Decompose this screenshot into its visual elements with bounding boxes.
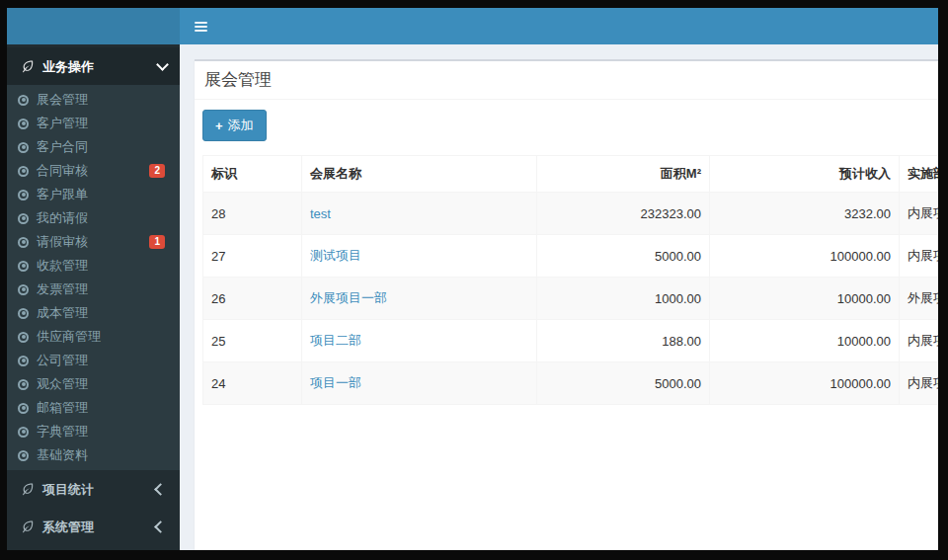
cell-area: 188.00 [537,320,710,362]
add-button[interactable]: + 添加 [202,110,267,141]
sidebar-item[interactable]: 客户管理 [7,112,180,135]
sidebar-section-header[interactable]: 业务操作 [7,47,180,85]
content-area: 展会管理 + 添加 标识会展名称面积M²预计收入实施部门 28test23232… [180,44,938,550]
sidebar-item[interactable]: 客户合同 [7,135,180,159]
sidebar-item[interactable]: 展会管理 [7,88,180,112]
dot-circle-icon [18,95,29,106]
cell-name: 项目一部 [302,362,537,405]
sidebar-section-header[interactable]: 项目统计 [7,470,180,508]
sidebar-item-label: 基础资料 [37,448,88,462]
sidebar-item[interactable]: 供应商管理 [7,325,180,349]
cell-id: 24 [203,362,302,405]
dot-circle-icon [18,119,29,129]
sidebar-item-label: 客户管理 [37,117,88,130]
column-header-area: 面积M² [537,156,710,193]
cell-dept: 外展项目 [900,278,939,320]
chevron-left-icon [154,520,167,533]
cell-dept: 内展项目 [900,320,939,362]
sidebar-item-label: 发票管理 [37,282,88,296]
dot-circle-icon [18,403,29,414]
exhibition-link[interactable]: 外展项目一部 [310,290,387,305]
exhibition-link[interactable]: test [310,206,331,221]
cell-name: 外展项目一部 [302,278,537,320]
sidebar-item-label: 收款管理 [37,259,88,273]
dot-circle-icon [18,427,29,438]
sidebar-item[interactable]: 收款管理 [7,254,180,278]
sidebar-item[interactable]: 合同审核2 [7,159,180,183]
top-navbar [7,8,938,44]
cell-id: 25 [203,320,302,362]
navbar-main [180,8,938,44]
column-header-income: 预计收入 [710,156,900,193]
sidebar-item[interactable]: 我的请假 [7,206,180,230]
dot-circle-icon [18,356,29,366]
dot-circle-icon [18,142,29,153]
table-row: 28test232323.003232.00内展项目 [203,193,939,235]
cell-income: 3232.00 [710,193,900,235]
dot-circle-icon [18,261,29,272]
sidebar-item-label: 合同审核 [37,164,88,178]
sidebar-item[interactable]: 请假审核1 [7,230,180,254]
cell-name: 项目二部 [302,320,537,362]
sidebar-item[interactable]: 邮箱管理 [7,396,180,420]
sidebar-item[interactable]: 观众管理 [7,372,180,396]
box-body: + 添加 标识会展名称面积M²预计收入实施部门 28test232323.003… [195,100,938,413]
plus-icon: + [215,120,223,132]
column-header-name: 会展名称 [302,156,537,193]
dot-circle-icon [18,166,29,177]
cell-area: 5000.00 [537,235,710,278]
sidebar-item[interactable]: 基础资料 [7,443,180,467]
sidebar-item-label: 客户跟单 [37,188,88,201]
notification-badge: 2 [149,164,165,178]
exhibition-link[interactable]: 测试项目 [310,248,361,263]
sidebar-item-label: 供应商管理 [37,330,101,344]
cell-dept: 内展项目 [900,193,939,235]
sidebar-item[interactable]: 发票管理 [7,278,180,301]
table-row: 27测试项目5000.00100000.00内展项目 [203,235,939,278]
table-row: 24项目一部5000.00100000.00内展项目 [203,362,939,405]
dot-circle-icon [18,237,29,248]
sidebar-section-header[interactable]: 系统管理 [7,508,180,545]
sidebar-nav: 业务操作展会管理客户管理客户合同合同审核2客户跟单我的请假请假审核1收款管理发票… [7,47,180,545]
table-row: 26外展项目一部1000.0010000.00外展项目 [203,278,939,320]
sidebar-item-label: 公司管理 [37,354,88,367]
cell-income: 10000.00 [710,278,900,320]
exhibition-link[interactable]: 项目一部 [310,375,361,390]
sidebar-item[interactable]: 公司管理 [7,349,180,372]
exhibition-box: 展会管理 + 添加 标识会展名称面积M²预计收入实施部门 28test23232… [195,59,938,550]
exhibition-link[interactable]: 项目二部 [310,333,361,348]
hamburger-icon[interactable] [180,8,221,44]
cell-income: 100000.00 [710,362,900,405]
navbar-logo[interactable] [7,8,180,44]
sidebar-item-label: 成本管理 [37,306,88,320]
leaf-icon [21,482,35,496]
leaf-icon [21,520,35,533]
sidebar-item[interactable]: 成本管理 [7,301,180,325]
cell-name: test [302,193,537,235]
sidebar-item[interactable]: 客户跟单 [7,183,180,206]
page-title: 展会管理 [204,69,938,91]
cell-income: 100000.00 [710,235,900,278]
sidebar-item-label: 观众管理 [37,377,88,391]
dot-circle-icon [18,332,29,343]
column-header-id: 标识 [203,156,302,193]
sidebar-submenu: 展会管理客户管理客户合同合同审核2客户跟单我的请假请假审核1收款管理发票管理成本… [7,85,180,470]
sidebar-item[interactable]: 字典管理 [7,420,180,443]
dot-circle-icon [18,308,29,319]
sidebar-item-label: 展会管理 [37,93,88,107]
sidebar-item-label: 我的请假 [37,211,88,225]
notification-badge: 1 [149,235,165,249]
sidebar-section-label: 项目统计 [42,483,94,496]
box-header: 展会管理 [195,61,938,100]
chevron-left-icon [154,483,167,496]
table-head: 标识会展名称面积M²预计收入实施部门 [203,156,939,193]
sidebar-section-label: 业务操作 [42,60,94,73]
dot-circle-icon [18,450,29,461]
cell-dept: 内展项目 [900,235,939,278]
cell-id: 28 [203,193,302,235]
sidebar-item-label: 客户合同 [37,140,88,154]
sidebar-item-label: 请假审核 [37,235,88,249]
table-header-row: 标识会展名称面积M²预计收入实施部门 [203,156,939,193]
add-button-label: 添加 [228,117,254,134]
cell-dept: 内展项目 [900,362,939,405]
